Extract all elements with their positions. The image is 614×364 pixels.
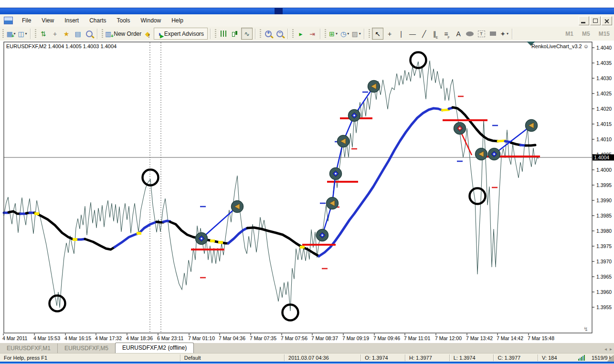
close-icon xyxy=(604,19,609,23)
diamond-center-dot xyxy=(493,153,495,155)
bar-chart-button[interactable] xyxy=(218,28,229,39)
zoom-out-button[interactable]: − xyxy=(275,28,285,39)
menu-tools[interactable]: Tools xyxy=(112,16,136,25)
text-label-button[interactable]: T xyxy=(476,28,487,39)
auto-scroll-button[interactable]: ▸ xyxy=(296,28,306,39)
period-m1-button[interactable]: M1 xyxy=(561,29,578,39)
mt4-application-window: FileViewInsertChartsToolsWindowHelp ▦+▾◫… xyxy=(0,0,614,364)
period-m5-button[interactable]: M5 xyxy=(578,29,594,39)
dropdown-arrow-icon[interactable]: ▾ xyxy=(25,31,27,36)
zoom-out-icon: − xyxy=(276,31,283,37)
toolbar-separator xyxy=(320,29,320,39)
cursor-button[interactable]: ↖ xyxy=(372,28,383,40)
data-window-button[interactable]: + xyxy=(50,28,60,39)
status-datetime: 2011.03.07 04:36 xyxy=(284,354,360,361)
chart-shift-button[interactable]: ⇥ xyxy=(307,28,318,39)
status-open: O: 1.3974 xyxy=(360,354,405,361)
text-label-icon: T xyxy=(478,31,485,37)
templates-button[interactable]: ▨▾ xyxy=(351,28,361,39)
zoom-in-button[interactable]: + xyxy=(263,28,274,39)
chart-area[interactable]: 1.40401.40351.40301.40251.40201.40151.40… xyxy=(0,41,614,343)
dropdown-arrow-icon[interactable]: ▾ xyxy=(336,31,338,36)
menu-help[interactable]: Help xyxy=(166,16,189,25)
moving-average-segment xyxy=(526,145,535,146)
menu-insert[interactable]: Insert xyxy=(59,16,84,25)
minimize-button[interactable] xyxy=(579,16,589,25)
current-price-tag-label: 1.4004 xyxy=(594,155,609,160)
zoom-in-icon: + xyxy=(265,31,272,37)
title-bar[interactable] xyxy=(0,8,614,15)
tab-scroll-left-icon[interactable]: ◂ xyxy=(604,346,607,352)
text-button[interactable]: A xyxy=(453,28,464,39)
status-help-text: For Help, press F1 xyxy=(0,354,180,361)
market-watch-icon: ⇅ xyxy=(41,31,46,37)
toolbar-grip xyxy=(369,29,370,39)
minimize-icon xyxy=(581,22,585,23)
diamond-center-dot xyxy=(353,114,355,116)
line-chart-button[interactable]: ∿ xyxy=(241,28,253,40)
vertical-line-button[interactable]: | xyxy=(396,28,406,39)
price-tick-label: 1.3980 xyxy=(596,228,612,234)
crosshair-button[interactable]: + xyxy=(384,28,395,39)
restore-button[interactable] xyxy=(590,16,601,25)
time-tick-label: 7 Mar 09:46 xyxy=(373,335,400,341)
profiles-button[interactable]: ◫▾ xyxy=(17,28,28,39)
toolbar-separator xyxy=(255,29,255,39)
price-tick-label: 1.4025 xyxy=(596,91,612,96)
tab-scroll-right-icon[interactable]: ▸ xyxy=(610,346,612,352)
menu-charts[interactable]: Charts xyxy=(84,16,111,25)
price-tick-label: 1.3975 xyxy=(596,243,612,249)
tab-eurusdfxf-m2-offline-[interactable]: EURUSDFXF,M2 (offline) xyxy=(115,343,194,354)
terminal-button[interactable]: ▤ xyxy=(73,28,83,39)
toolbar-grip xyxy=(292,29,294,39)
menu-view[interactable]: View xyxy=(36,16,59,25)
menu-bar: FileViewInsertChartsToolsWindowHelp xyxy=(0,14,614,27)
toolbar-grip xyxy=(102,29,103,39)
time-tick-label: 7 Mar 15:48 xyxy=(528,335,554,341)
icon-badge: + xyxy=(11,34,14,39)
price-tick-label: 1.4000 xyxy=(596,167,612,173)
dropdown-arrow-icon[interactable]: ▾ xyxy=(507,31,508,36)
rectangle-button[interactable] xyxy=(487,28,498,39)
ellipse-button[interactable] xyxy=(465,28,475,39)
diamond-center-dot xyxy=(201,238,202,239)
market-watch-button[interactable]: ⇅ xyxy=(38,28,49,39)
new-chart-button[interactable]: ▦+▾ xyxy=(6,28,16,39)
indicators-button[interactable]: ⊞▾ xyxy=(328,28,339,39)
toolbar-separator xyxy=(364,29,364,39)
menu-window[interactable]: Window xyxy=(136,16,167,25)
tab-eurusdfxf-m1[interactable]: EURUSDFXF,M1 xyxy=(0,343,58,354)
ma-yellow-tick xyxy=(137,232,141,235)
toolbar-separator xyxy=(512,29,512,39)
candlestick-chart-button[interactable] xyxy=(230,28,240,39)
equidistant-channel-button[interactable]: ∥E xyxy=(430,28,441,39)
navigator-icon: ★ xyxy=(64,31,70,37)
close-button[interactable] xyxy=(602,16,612,25)
arrows-icon: ✦ xyxy=(500,31,506,37)
arrows-button[interactable]: ✦▾ xyxy=(499,28,509,39)
terminal-icon: ▤ xyxy=(74,31,81,37)
metaeditor-button[interactable]: ◆! xyxy=(142,28,153,39)
period-m15-button[interactable]: M15 xyxy=(594,29,614,39)
new-order-button[interactable]: ▥+New Order xyxy=(105,28,141,39)
chart-background xyxy=(0,41,614,343)
tab-eurusdfxf-m5[interactable]: EURUSDFXF,M5 xyxy=(58,343,115,354)
line-chart-icon: ∿ xyxy=(244,31,250,37)
ma-yellow-tick xyxy=(210,239,215,242)
time-tick-label: 7 Mar 08:37 xyxy=(311,335,338,341)
ellipse-icon xyxy=(466,31,474,36)
strategy-tester-button[interactable] xyxy=(84,28,95,39)
dropdown-arrow-icon[interactable]: ▾ xyxy=(347,31,349,36)
expert-advisors-button[interactable]: ◗▶Expert Advisors xyxy=(154,28,208,40)
connection-signal-icon xyxy=(578,355,585,361)
menu-file[interactable]: File xyxy=(17,16,36,25)
navigator-button[interactable]: ★ xyxy=(61,28,72,39)
resize-grip[interactable] xyxy=(606,354,614,362)
dropdown-arrow-icon[interactable]: ▾ xyxy=(359,31,361,36)
fibonacci-button[interactable]: ≡F xyxy=(442,28,452,39)
trendline-button[interactable]: ╱ xyxy=(419,28,429,39)
title-bar-fragment xyxy=(275,8,283,15)
horizontal-line-button[interactable]: — xyxy=(407,28,418,39)
toolbar-grip xyxy=(2,29,4,39)
periods-button[interactable]: ◷▾ xyxy=(339,28,350,39)
